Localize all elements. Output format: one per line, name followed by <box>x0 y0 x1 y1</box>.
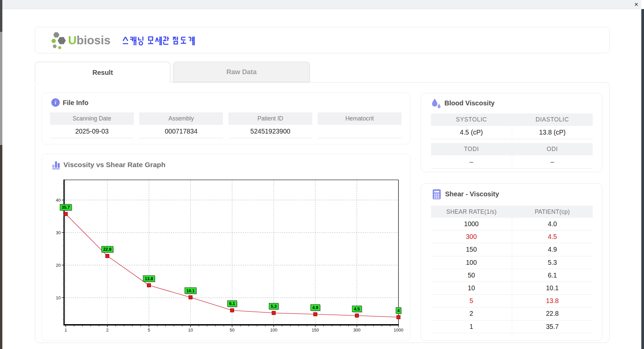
diastolic-value: 13.8 (cP) <box>512 126 593 139</box>
patient-cell: 4.9 <box>512 243 593 256</box>
svg-text:22.8: 22.8 <box>103 247 111 252</box>
svg-text:1000: 1000 <box>394 328 404 333</box>
droplets-icon <box>431 98 442 109</box>
patient-cell: 4.0 <box>512 218 593 230</box>
table-row: 1005.3 <box>431 256 593 269</box>
brand-rest: biosis <box>76 34 110 47</box>
svg-text:35.7: 35.7 <box>62 205 70 210</box>
tab-raw-data-label: Raw Data <box>226 68 257 76</box>
desktop-edge-mid <box>0 32 2 145</box>
desktop-edge-bottom <box>0 145 2 349</box>
table-row: 135.7 <box>431 320 593 333</box>
blood-viscosity-card: Blood Viscosity SYSTOLIC DIASTOLIC 4.5 (… <box>421 93 602 172</box>
patient-cell: 35.7 <box>512 320 593 333</box>
field-label: Assembly <box>139 112 223 125</box>
todi-value: – <box>431 155 512 168</box>
table-header-row: SHEAR RATE(1/s) PATIENT(cp) <box>431 206 593 218</box>
svg-text:6.1: 6.1 <box>229 301 235 306</box>
header-card: Ubiosis <box>35 27 610 53</box>
svg-text:300: 300 <box>353 328 361 333</box>
shear-rate-column-header: SHEAR RATE(1/s) <box>431 206 512 218</box>
desktop-edge-right <box>641 9 644 349</box>
field-label: Scanning Date <box>50 112 134 125</box>
file-info-field: Assembly 000717834 <box>139 112 223 138</box>
svg-text:50: 50 <box>230 328 234 333</box>
file-info-title: File Info <box>63 99 89 107</box>
field-value <box>318 125 401 138</box>
shear-viscosity-card: Shear - Viscosity SHEAR RATE(1/s) PATIEN… <box>421 183 602 341</box>
table-row: 3004.5 <box>431 231 593 243</box>
svg-text:10.1: 10.1 <box>186 289 195 293</box>
patient-cell: 6.1 <box>512 269 593 282</box>
field-value: 52451923900 <box>228 125 312 138</box>
table-row: 506.1 <box>431 269 593 282</box>
ubiosis-logo-icon <box>50 31 68 50</box>
svg-text:20: 20 <box>56 263 61 268</box>
window-close-button[interactable]: ✕ <box>631 0 641 9</box>
svg-text:10: 10 <box>56 295 61 300</box>
tab-result-label: Result <box>92 69 113 77</box>
column-header: TODI <box>431 143 512 155</box>
shear-rate-cell: 1000 <box>431 218 512 230</box>
shear-rate-cell: 5 <box>431 295 512 307</box>
app-title-korean <box>121 36 196 46</box>
field-label: Hematocrit <box>318 112 401 125</box>
brand-logo-text: Ubiosis <box>68 33 110 48</box>
patient-cell: 13.8 <box>512 295 593 307</box>
svg-text:4: 4 <box>397 308 400 313</box>
svg-text:5: 5 <box>148 328 150 333</box>
file-info-card: i File Info Scanning Date 2025-09-03 Ass… <box>42 93 411 144</box>
column-header: DIASTOLIC <box>512 113 593 126</box>
svg-text:40: 40 <box>56 198 61 203</box>
svg-text:150: 150 <box>312 328 319 333</box>
info-icon: i <box>51 98 60 107</box>
shear-rate-cell: 300 <box>431 231 512 243</box>
tab-result[interactable]: Result <box>35 62 170 83</box>
column-header: SYSTOLIC <box>431 113 512 126</box>
shear-rate-cell: 100 <box>431 256 512 269</box>
shear-rate-cell: 1 <box>431 320 512 333</box>
column-header: ODI <box>512 143 593 155</box>
table-row: 10004.0 <box>431 218 593 231</box>
viscosity-graph-card: Viscosity vs Shear Rate Graph 1020304012… <box>42 154 411 341</box>
shear-table-body: 10004.03004.51504.91005.3506.11010.1513.… <box>431 218 593 333</box>
desktop-edge-top <box>0 0 2 32</box>
file-info-field: Patient ID 52451923900 <box>228 112 312 138</box>
tab-raw-data[interactable]: Raw Data <box>173 62 310 82</box>
patient-cell: 4.5 <box>512 231 593 243</box>
app-window: ✕ Ubiosis Result Raw Data <box>0 0 644 349</box>
field-label: Patient ID <box>228 112 312 125</box>
systolic-value: 4.5 (cP) <box>431 126 512 139</box>
file-info-field: Scanning Date 2025-09-03 <box>50 112 134 138</box>
svg-text:4.9: 4.9 <box>312 305 318 310</box>
table-row: 513.8 <box>431 295 593 307</box>
field-value: 000717834 <box>139 125 223 138</box>
window-titlebar <box>2 0 641 9</box>
blood-viscosity-group: SYSTOLIC DIASTOLIC 4.5 (cP) 13.8 (cP) <box>431 113 593 139</box>
file-info-field: Hematocrit <box>318 112 401 138</box>
blood-viscosity-title: Blood Viscosity <box>444 99 495 107</box>
brand-u: U <box>68 34 76 47</box>
svg-text:1: 1 <box>64 328 67 333</box>
patient-cell: 5.3 <box>512 256 593 269</box>
viscosity-chart: 102030401251050100150300100035.722.813.8… <box>42 154 411 341</box>
patient-cell: 22.8 <box>512 307 593 320</box>
shear-rate-cell: 10 <box>431 282 512 294</box>
patient-column-header: PATIENT(cp) <box>512 206 593 218</box>
svg-text:2: 2 <box>106 328 108 333</box>
shear-viscosity-table: SHEAR RATE(1/s) PATIENT(cp) 10004.03004.… <box>431 206 593 333</box>
shear-rate-cell: 50 <box>431 269 512 282</box>
calculator-icon <box>432 189 442 200</box>
field-value: 2025-09-03 <box>50 125 134 138</box>
shear-rate-cell: 2 <box>431 307 512 320</box>
table-row: 1010.1 <box>431 282 593 295</box>
shear-rate-cell: 150 <box>431 243 512 256</box>
odi-value: – <box>512 155 593 168</box>
svg-text:5.3: 5.3 <box>271 304 276 309</box>
svg-text:10: 10 <box>188 328 193 333</box>
svg-text:30: 30 <box>56 230 61 235</box>
patient-cell: 10.1 <box>512 282 593 294</box>
table-row: 1504.9 <box>431 243 593 256</box>
shear-viscosity-title: Shear - Viscosity <box>445 190 499 198</box>
svg-text:100: 100 <box>270 328 277 333</box>
